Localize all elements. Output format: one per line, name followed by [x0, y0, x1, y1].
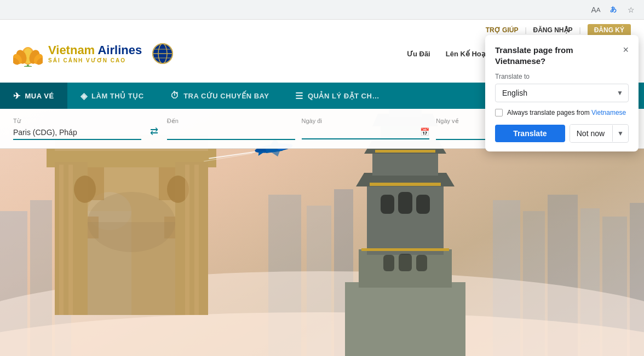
svg-rect-53	[361, 248, 449, 251]
svg-rect-52	[370, 183, 441, 186]
always-translate-checkbox[interactable]	[495, 109, 503, 116]
tab-flight-search[interactable]: ⏱ TRA CỨU CHUYẾN BAY	[157, 83, 283, 109]
to-field: Đến	[167, 118, 295, 140]
divider-1: |	[525, 26, 526, 34]
from-field: Từ	[13, 118, 141, 140]
booking-icon: ☰	[295, 91, 303, 101]
from-input[interactable]	[13, 126, 141, 140]
popup-title: Translate page from Vietnamese?	[495, 45, 623, 66]
logo-area: Vietnam Airlines SÁI CÁNH VƯƠN CAO	[13, 40, 174, 67]
not-now-button[interactable]: Not now	[570, 125, 611, 142]
logo-text: Vietnam Airlines SÁI CÁNH VƯƠN CAO	[48, 44, 142, 63]
logo-tagline: SÁI CÁNH VƯƠN CAO	[48, 57, 142, 63]
popup-header: Translate page from Vietnamese? ×	[495, 45, 629, 66]
help-link[interactable]: TRỢ GIÚP	[486, 26, 519, 34]
tab-checkin[interactable]: ◈ LÀM THỦ TỤC	[67, 83, 157, 109]
plane-icon: ✈	[13, 91, 21, 101]
always-translate-row: Always translate pages from Vietnamese	[495, 109, 629, 116]
source-language: Vietnamese	[591, 109, 626, 116]
tab-flight-search-label: TRA CỨU CHUYẾN BAY	[183, 92, 269, 100]
departure-label: Ngày đi	[302, 118, 430, 124]
svg-rect-31	[68, 165, 73, 315]
bookmark-icon[interactable]: ☆	[624, 3, 637, 16]
logo-vietnam: Vietnam	[48, 43, 95, 57]
svg-line-72	[24, 66, 28, 67]
svg-point-27	[88, 192, 175, 252]
not-now-wrapper: Not now ▼	[570, 124, 629, 143]
page-wrapper: TRỢ GIÚP | ĐĂNG NHẬP | ĐĂNG KÝ	[0, 20, 644, 356]
clock-icon: ⏱	[170, 91, 180, 101]
logo-airline-name: Vietnam Airlines	[48, 44, 142, 57]
svg-line-73	[28, 66, 32, 67]
svg-rect-46	[381, 195, 394, 214]
svg-rect-32	[185, 165, 189, 315]
nav-deals[interactable]: Ưu Đãi	[407, 50, 430, 58]
svg-rect-34	[345, 282, 465, 356]
language-select[interactable]: English French German Spanish Chinese	[495, 84, 629, 102]
to-input[interactable]	[167, 126, 295, 140]
language-select-wrapper: English French German Spanish Chinese ▼	[495, 84, 629, 102]
divider-2: |	[579, 26, 581, 34]
svg-rect-51	[399, 254, 412, 271]
not-now-dropdown-button[interactable]: ▼	[612, 125, 628, 142]
register-button[interactable]: ĐĂNG KÝ	[588, 24, 631, 36]
swap-button[interactable]: ⇄	[148, 123, 160, 139]
svg-point-28	[74, 176, 96, 203]
svg-rect-47	[416, 195, 430, 214]
departure-field: Ngày đi 📅	[302, 118, 430, 139]
checkin-icon: ◈	[81, 91, 88, 101]
tab-buy-ticket[interactable]: ✈ MUA VÉ	[0, 83, 67, 109]
departure-calendar-icon[interactable]: 📅	[420, 127, 429, 136]
translate-browser-icon[interactable]: あ	[607, 3, 620, 16]
tab-manage-booking[interactable]: ☰ QUẢN LÝ ĐẶT CH…	[282, 83, 392, 109]
logo-lotus-icon	[13, 40, 43, 67]
translate-popup: Translate page from Vietnamese? × Transl…	[485, 35, 639, 151]
to-label: Đến	[167, 118, 295, 125]
close-button[interactable]: ×	[623, 45, 629, 55]
font-size-icon[interactable]: AA	[589, 3, 602, 16]
svg-rect-30	[59, 165, 64, 315]
svg-rect-50	[416, 255, 427, 271]
globe-badge-icon	[152, 43, 174, 65]
svg-rect-38	[372, 151, 438, 176]
svg-rect-54	[375, 150, 435, 153]
popup-actions: Translate Not now ▼	[495, 124, 629, 143]
always-translate-label: Always translate pages from Vietnamese	[507, 109, 626, 116]
svg-rect-48	[398, 192, 412, 214]
browser-chrome-bar: AA あ ☆	[0, 0, 644, 20]
translate-button[interactable]: Translate	[495, 125, 565, 142]
from-label: Từ	[13, 118, 141, 125]
svg-rect-33	[194, 165, 199, 315]
translate-to-label: Translate to	[495, 73, 629, 80]
svg-rect-49	[383, 255, 394, 271]
logo-airlines: Airlines	[97, 43, 142, 57]
login-link[interactable]: ĐĂNG NHẬP	[533, 26, 573, 34]
tab-checkin-label: LÀM THỦ TỤC	[91, 92, 144, 100]
tab-buy-ticket-label: MUA VÉ	[25, 92, 54, 100]
tab-manage-booking-label: QUẢN LÝ ĐẶT CH…	[308, 92, 380, 100]
